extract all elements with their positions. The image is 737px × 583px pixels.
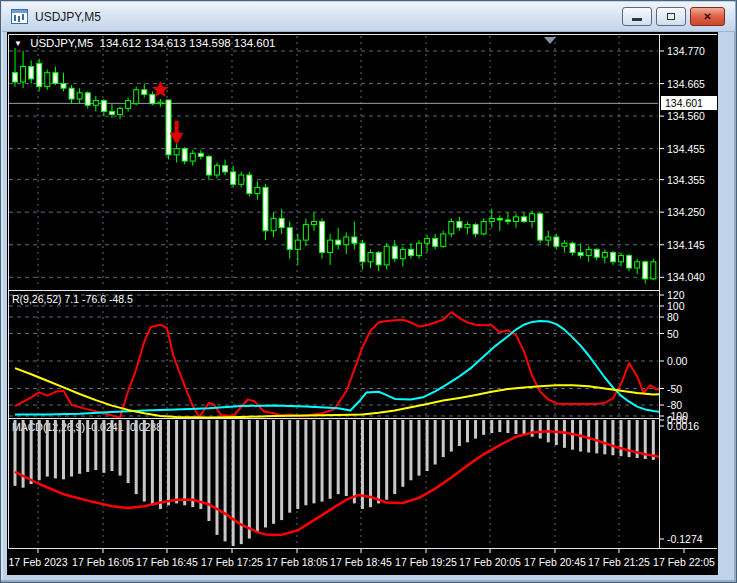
chart-window-icon — [11, 9, 28, 24]
title-bar[interactable]: USDJPY,M5 ✕ — [2, 2, 735, 32]
chart-client-area[interactable] — [7, 32, 718, 575]
macd-indicator-label: MACD(12,26,9) -0.0241 -0.0288 — [12, 421, 162, 433]
restore-icon — [667, 13, 675, 20]
minimize-icon — [632, 18, 642, 21]
chart-window: USDJPY,M5 ✕ MACD(12,26,9) -0.0241 -0.028… — [0, 0, 737, 583]
minimize-button[interactable] — [622, 7, 652, 26]
window-title: USDJPY,M5 — [35, 10, 101, 24]
restore-button[interactable] — [656, 7, 686, 26]
close-button[interactable]: ✕ — [690, 7, 725, 26]
